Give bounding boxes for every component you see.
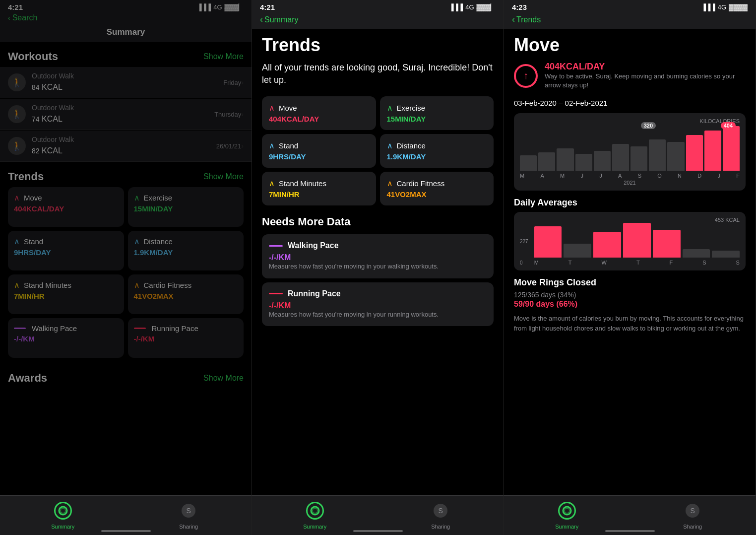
chart-area: KILOCALORIES 320 404 (514, 113, 746, 191)
activity-ring-svg-2 (310, 506, 320, 516)
trend-value-move-2: 404KCAL/DAY (269, 115, 369, 123)
daily-bar-s2 (712, 251, 740, 258)
screen3-title: Move (514, 35, 746, 56)
tab-bar-3: Summary S Sharing (504, 495, 756, 535)
month-j3: J (718, 173, 721, 179)
svg-point-3 (313, 508, 317, 513)
workout-kcal-2: 74 KCAL (32, 112, 214, 125)
daily-days: M T W T F S S (534, 260, 740, 266)
trend-card-cardio-1[interactable]: ∧ Cardio Fitness 41VO2MAX (128, 274, 244, 314)
summary-ring-icon-2 (306, 502, 324, 520)
trend-card-stand-2[interactable]: ∧ Stand 9HRS/DAY (262, 134, 376, 168)
workout-date-1: Friday (223, 79, 241, 86)
trend-value-stand-1: 9HRS/DAY (14, 248, 118, 257)
trend-name-cardio-1: Cardio Fitness (144, 281, 192, 289)
trend-card-standmin-1[interactable]: ∧ Stand Minutes 7MIN/HR (8, 274, 124, 314)
back-label-3: Trends (516, 15, 541, 24)
trend-name-stand-1: Stand (24, 237, 43, 246)
back-button-2[interactable]: ‹ Summary (260, 14, 298, 25)
awards-show-more[interactable]: Show More (203, 374, 244, 383)
trends-grid-full: ∧ Move 404KCAL/DAY ∧ Exercise 15MIN/DAY … (262, 96, 494, 205)
screen2-content: Trends All of your trends are looking go… (252, 29, 504, 499)
workout-item-2[interactable]: 🚶 Outdoor Walk 74 KCAL Thursday › (0, 99, 252, 130)
back-button-3[interactable]: ‹ Trends (512, 14, 541, 25)
trend-card-move-1[interactable]: ∧ Move 404KCAL/DAY (8, 187, 124, 227)
month-a: A (540, 173, 544, 179)
status-bar-3: 4:23 ▐▐▐ 4G ▓▓▓▓ (504, 0, 756, 12)
trends-show-more[interactable]: Show More (203, 172, 244, 181)
month-s: S (638, 173, 641, 179)
home-indicator-1 (101, 530, 151, 532)
trend-card-exercise-1[interactable]: ∧ Exercise 15MIN/DAY (128, 187, 244, 227)
screen-2: 4:21 ▐▐▐ 4G ▓▓▓▏ ‹ Summary Trends All of… (252, 0, 504, 535)
daily-bar-f (653, 230, 681, 258)
trend-arrow-move-1: ∧ (14, 193, 20, 202)
month-j1: J (580, 173, 583, 179)
trend-value-distance-2: 1.9KM/DAY (387, 152, 487, 161)
trend-value-stand-2: 9HRS/DAY (269, 152, 369, 161)
search-bar-1[interactable]: ‹ Search (0, 12, 252, 25)
home-indicator-2 (353, 530, 403, 532)
workout-date-2: Thursday (214, 111, 241, 118)
needs-name-run: Running Pace (288, 289, 341, 298)
bar-s (630, 146, 647, 171)
svg-point-5 (565, 508, 569, 513)
daily-day-t1: T (568, 260, 572, 266)
trend-name-walkpace-1: Walking Pace (32, 324, 77, 333)
needs-card-walk[interactable]: Walking Pace -/-/KM Measures how fast yo… (262, 234, 494, 278)
trend-card-cardio-2[interactable]: ∧ Cardio Fitness 41VO2MAX (380, 172, 494, 205)
daily-bar-t2 (623, 223, 651, 258)
trend-card-runpace-1[interactable]: Running Pace -/-/KM (128, 318, 244, 358)
workout-item-3[interactable]: 🚶 Outdoor Walk 82 KCAL 26/01/21 › (0, 131, 252, 162)
month-o: O (657, 173, 662, 179)
trend-name-exercise-2: Exercise (397, 104, 426, 112)
tab-sharing-3[interactable]: S Sharing (630, 500, 756, 530)
trend-value-move-1: 404KCAL/DAY (14, 204, 118, 213)
tab-sharing-icon-wrap-1: S (178, 500, 199, 522)
trend-arrow-distance-1: ∧ (134, 237, 140, 246)
tab-sharing-icon-wrap-2: S (430, 500, 451, 522)
trend-card-distance-2[interactable]: ∧ Distance 1.9KM/DAY (380, 134, 494, 168)
tab-summary-2[interactable]: Summary (252, 500, 378, 530)
tab-sharing-1[interactable]: S Sharing (126, 500, 252, 530)
back-chevron-3: ‹ (512, 14, 515, 25)
workout-info-2: Outdoor Walk 74 KCAL (32, 104, 214, 125)
awards-section: Awards Show More (0, 364, 252, 389)
workouts-show-more[interactable]: Show More (203, 52, 244, 61)
status-time-3: 4:23 (512, 3, 527, 11)
signal-label-1: 4G (213, 3, 222, 11)
move-rings-stat2: 59/90 days (66%) (514, 300, 746, 309)
workout-icon-1: 🚶 (8, 73, 26, 91)
trend-card-move-2[interactable]: ∧ Move 404KCAL/DAY (262, 96, 376, 130)
daily-day-w: W (602, 260, 607, 266)
trend-card-stand-1[interactable]: ∧ Stand 9HRS/DAY (8, 231, 124, 270)
tab-summary-1[interactable]: Summary (0, 500, 126, 530)
status-icons-1: ▐▐▐ 4G ▓▓▓▏ (197, 3, 244, 11)
trend-value-distance-1: 1.9KM/DAY (134, 248, 238, 257)
trend-arrow-exercise-2: ∧ (387, 103, 393, 113)
bar-j3 (704, 131, 721, 171)
workout-icon-3: 🚶 (8, 137, 26, 155)
trend-card-exercise-2[interactable]: ∧ Exercise 15MIN/DAY (380, 96, 494, 130)
trend-card-distance-1[interactable]: ∧ Distance 1.9KM/DAY (128, 231, 244, 270)
tab-summary-icon-2 (304, 500, 326, 522)
date-range: 03-Feb-2020 – 02-Feb-2021 (514, 99, 746, 107)
daily-bar-t1 (564, 244, 591, 258)
trend-card-standmin-2[interactable]: ∧ Stand Minutes 7MIN/HR (262, 172, 376, 205)
bar-m (520, 155, 537, 171)
signal-label-2: 4G (465, 3, 474, 11)
signal-icon-2: ▐▐▐ (449, 3, 463, 11)
trend-card-walkpace-1[interactable]: Walking Pace -/-/KM (8, 318, 124, 358)
tab-sharing-2[interactable]: S Sharing (378, 500, 504, 530)
workout-item-1[interactable]: 🚶 Outdoor Walk 84 KCAL Friday › (0, 67, 252, 98)
tab-summary-3[interactable]: Summary (504, 500, 630, 530)
search-label-1: Search (12, 13, 38, 22)
trend-name-move-1: Move (24, 194, 42, 202)
move-rings-title: Move Rings Closed (514, 277, 746, 288)
needs-more-title: Needs More Data (262, 215, 494, 228)
needs-card-run[interactable]: Running Pace -/-/KM Measures how fast yo… (262, 282, 494, 326)
workouts-section-header: Workouts Show More (0, 42, 252, 67)
move-rings-desc: Move is the amount of calories you burn … (514, 314, 746, 333)
search-link-1[interactable]: ‹ Search (8, 13, 37, 22)
trend-arrow-exercise-1: ∧ (134, 193, 140, 202)
